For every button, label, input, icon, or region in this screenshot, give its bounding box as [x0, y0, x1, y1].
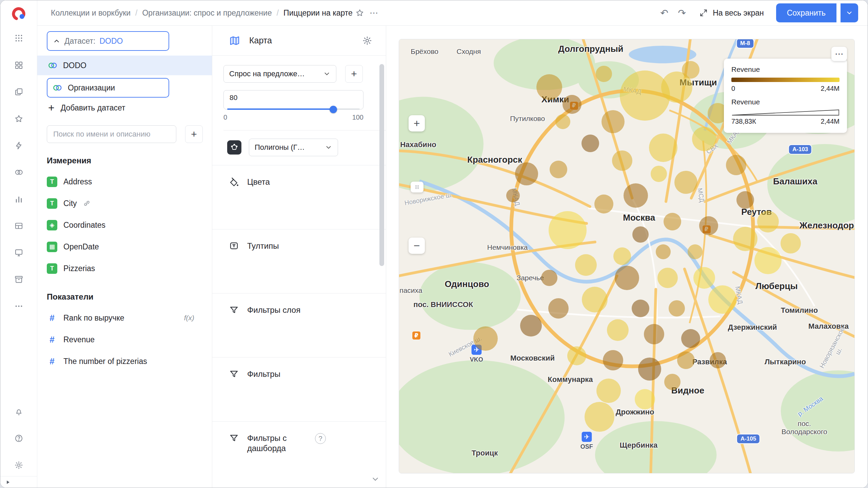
map-bubble[interactable]: [733, 227, 757, 251]
map-bubble[interactable]: [699, 216, 718, 235]
tables-icon[interactable]: [12, 219, 26, 233]
rail-collapse-bar[interactable]: [0, 476, 37, 488]
favorites-star-icon[interactable]: [12, 111, 26, 126]
map-bubble[interactable]: [669, 300, 685, 317]
map-bubble[interactable]: [555, 114, 570, 129]
zoom-out-button[interactable]: −: [409, 238, 425, 254]
map-bubble[interactable]: [693, 267, 715, 289]
panel-scroll-more-icon[interactable]: [371, 475, 380, 485]
add-layer-button[interactable]: +: [345, 65, 363, 83]
redo-icon[interactable]: ↷: [675, 6, 689, 20]
map-bubble[interactable]: [585, 402, 614, 432]
dashboards-icon[interactable]: [12, 245, 26, 260]
more-dots-icon[interactable]: [12, 299, 26, 313]
map-bubble[interactable]: [657, 268, 678, 288]
map-bubble[interactable]: [757, 211, 779, 232]
map-bubble[interactable]: [536, 74, 562, 100]
datalens-logo-icon[interactable]: [11, 6, 27, 22]
dimension-field[interactable]: ▦OpenDate: [47, 236, 212, 258]
map-bubble[interactable]: [632, 226, 649, 243]
dimension-field[interactable]: TCity: [47, 192, 212, 214]
map-bubble[interactable]: [632, 300, 649, 317]
config-section-paint-bucket[interactable]: Цвета: [212, 165, 386, 229]
help-icon[interactable]: ?: [315, 433, 326, 444]
map-bubble[interactable]: [638, 358, 661, 381]
fullscreen-button[interactable]: На весь экран: [699, 8, 764, 18]
map-bubble[interactable]: [624, 183, 648, 208]
map-bubble[interactable]: [612, 150, 632, 171]
map-bubble[interactable]: [708, 285, 737, 314]
map-bubble[interactable]: [651, 166, 667, 182]
map-bubble[interactable]: [594, 195, 613, 214]
map-bubble[interactable]: [607, 319, 629, 341]
editor-lightning-icon[interactable]: [12, 138, 26, 152]
map-bubble[interactable]: [550, 161, 567, 178]
map-bubble[interactable]: [656, 244, 671, 259]
collapse-play-icon[interactable]: [5, 480, 11, 485]
breadcrumb-item[interactable]: Коллекции и воркбуки: [51, 8, 131, 18]
datasets-icon[interactable]: [12, 165, 26, 179]
opacity-slider[interactable]: 80: [223, 90, 363, 109]
map-bubble[interactable]: [548, 298, 569, 319]
config-section-tooltip[interactable]: Тултипы: [212, 229, 386, 293]
zoom-drag-handle[interactable]: [411, 182, 423, 192]
map-bubble[interactable]: [644, 324, 664, 344]
map-bubble[interactable]: [781, 233, 801, 253]
collections-icon[interactable]: [12, 58, 26, 72]
favorite-star-icon[interactable]: [353, 6, 367, 20]
field-search-input[interactable]: [47, 125, 176, 143]
breadcrumb-item[interactable]: Организации: спрос и предложение: [142, 8, 272, 18]
notifications-bell-icon[interactable]: [12, 404, 26, 419]
dataset-item[interactable]: DODO: [37, 56, 212, 75]
map-bubble[interactable]: [664, 213, 681, 230]
map-bubble[interactable]: [664, 374, 680, 390]
map-bubble[interactable]: [575, 254, 597, 276]
dataset-selector[interactable]: Датасет: DODO: [47, 31, 169, 51]
map-bubble[interactable]: [754, 247, 782, 274]
measure-field[interactable]: #The number of pizzerias: [47, 350, 212, 372]
chart-settings-gear-icon[interactable]: [362, 36, 372, 46]
charts-icon[interactable]: [12, 192, 26, 206]
layer-select[interactable]: Спрос на предложе…: [223, 65, 336, 83]
workbooks-icon[interactable]: [12, 85, 26, 99]
dimension-field[interactable]: TAddress: [47, 171, 212, 192]
slider-track[interactable]: [227, 108, 360, 110]
map-bubble[interactable]: [613, 247, 631, 265]
map-bubble[interactable]: [596, 66, 612, 82]
map-bubble[interactable]: [601, 110, 625, 133]
map-more-icon[interactable]: ⋯: [831, 47, 847, 61]
map-bubble[interactable]: [520, 315, 542, 337]
dimension-field[interactable]: ◈Coordinates: [47, 214, 212, 236]
settings-gear-icon[interactable]: [12, 458, 26, 472]
map-bubble[interactable]: [515, 162, 538, 185]
slider-knob[interactable]: [330, 106, 337, 113]
config-section-funnel[interactable]: Фильтры слоя: [212, 293, 386, 357]
dataset-item[interactable]: Организации: [47, 78, 169, 98]
map-bubble[interactable]: [596, 379, 621, 403]
breadcrumb-item[interactable]: Пиццерии на карте: [283, 8, 353, 18]
map-bubble[interactable]: [682, 61, 699, 79]
map-bubble[interactable]: [681, 329, 700, 348]
map-bubble[interactable]: [620, 70, 670, 121]
config-section-funnel[interactable]: Фильтры: [212, 357, 386, 421]
map-bubble[interactable]: [549, 211, 587, 249]
apps-grid-icon[interactable]: [12, 31, 26, 45]
map-bubble[interactable]: [688, 244, 703, 259]
dimension-field[interactable]: TPizzerias: [47, 258, 212, 279]
map-bubble[interactable]: [649, 134, 677, 162]
map-bubble[interactable]: [692, 127, 716, 151]
geometry-select[interactable]: Полигоны (Г…: [249, 139, 338, 156]
map-bubble[interactable]: [677, 351, 695, 369]
map-bubble[interactable]: [603, 350, 623, 370]
map-bubble[interactable]: [582, 287, 608, 312]
map-bubble[interactable]: [473, 326, 498, 351]
storage-box-icon[interactable]: [12, 272, 26, 286]
measure-field[interactable]: #Rank по выручкеf(x): [47, 307, 212, 329]
zoom-in-button[interactable]: +: [409, 115, 425, 131]
geometry-type-icon[interactable]: [227, 140, 241, 155]
save-menu-button[interactable]: [841, 3, 858, 22]
help-icon[interactable]: [12, 431, 26, 445]
map-bubble[interactable]: [736, 191, 754, 209]
config-section-funnel[interactable]: Фильтры с дашборда?: [212, 421, 386, 485]
map-canvas[interactable]: МоскваДолгопрудныйМытищиХимкиБалашихаРеу…: [399, 39, 855, 473]
